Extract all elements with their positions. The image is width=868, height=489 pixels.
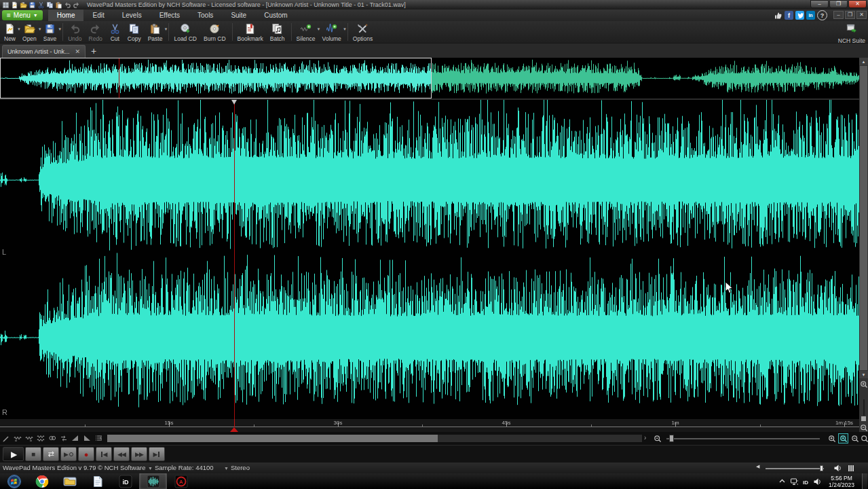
zoom-slider-track[interactable] [666, 438, 820, 439]
play-button[interactable]: ▶ [3, 447, 24, 461]
output-volume-slider[interactable] [766, 468, 824, 469]
speaker-icon[interactable] [833, 464, 842, 473]
tab-close-icon[interactable]: ✕ [75, 48, 81, 55]
burn-cd-button[interactable]: Burn CD [201, 22, 230, 42]
skip-start-button[interactable]: ◀ [96, 447, 112, 461]
mdi-minimize-button[interactable]: – [833, 11, 844, 19]
wave-view-3-icon[interactable] [36, 433, 45, 443]
menu-tab-home[interactable]: Home [48, 10, 84, 21]
taskbar-item-explorer[interactable] [56, 473, 83, 489]
menu-tab-tools[interactable]: Tools [189, 10, 222, 21]
show-desktop-button[interactable] [862, 473, 867, 489]
undo-icon[interactable] [63, 1, 71, 9]
mdi-restore-button[interactable]: ❐ [845, 11, 855, 19]
chevron-down-icon[interactable]: ▼ [58, 27, 62, 31]
chevron-down-icon[interactable]: ▼ [164, 27, 168, 31]
app-icon[interactable] [1, 1, 10, 9]
playhead-top-marker[interactable] [231, 100, 237, 105]
overview-visible-region[interactable] [0, 58, 432, 98]
vertical-zoom-out-button[interactable] [859, 423, 868, 432]
twitter-icon[interactable] [795, 11, 804, 20]
vertical-zoom-handle[interactable] [861, 416, 867, 422]
undo-button[interactable]: Undo [65, 22, 86, 42]
vertical-zoom-in-button[interactable] [859, 380, 868, 388]
cut-icon[interactable] [37, 1, 45, 9]
taskbar-item-start[interactable] [0, 473, 28, 489]
fade-in-icon[interactable] [71, 433, 80, 443]
volume-down-icon[interactable]: ◀ [756, 464, 759, 469]
scroll-up-button[interactable]: ▲ [859, 58, 868, 65]
menu-tab-suite[interactable]: Suite [222, 10, 255, 21]
taskbar-item-recorder[interactable]: A [167, 473, 195, 489]
taskbar-item-id-app[interactable]: iD [111, 473, 139, 489]
wave-view-2-icon[interactable] [24, 433, 34, 443]
paste-button[interactable]: Paste▼ [145, 22, 167, 42]
id-tray-icon[interactable]: iD [801, 477, 810, 486]
document-tab[interactable]: Unknown Artist - Unk... ✕ [2, 45, 86, 58]
menu-tab-custom[interactable]: Custom [255, 10, 296, 21]
zoom-in-button[interactable] [827, 433, 837, 443]
zoom-selection-button[interactable] [838, 433, 848, 443]
hidden-icons-icon[interactable] [778, 477, 787, 486]
scroll-right-button[interactable]: › [644, 434, 646, 442]
tray-clock[interactable]: 5:56 PM 1/24/2023 [825, 475, 858, 488]
taskbar-item-notes[interactable] [83, 473, 111, 489]
skip-end-button[interactable]: ▶ [149, 447, 165, 461]
batch-button[interactable]: Batch [267, 22, 289, 42]
horizontal-scrollbar-track[interactable] [107, 435, 642, 442]
fast-forward-button[interactable]: ▶▶ [131, 447, 147, 461]
open-icon[interactable] [19, 1, 27, 9]
link-channels-icon[interactable] [48, 433, 57, 443]
speaker-icon[interactable] [813, 477, 821, 486]
copy-button[interactable]: Copy [125, 22, 145, 42]
rewind-button[interactable]: ◀◀ [113, 447, 130, 461]
draw-pencil-icon[interactable] [1, 433, 11, 443]
menu-tab-edit[interactable]: Edit [83, 10, 113, 21]
loop-button[interactable]: ⇄ [43, 447, 59, 461]
copy-icon[interactable] [45, 1, 54, 9]
main-waveform-view[interactable]: L R [0, 100, 859, 419]
wave-view-1-icon[interactable] [13, 433, 22, 443]
zoom-out-full-button[interactable] [850, 433, 860, 443]
load-cd-button[interactable]: Load CD [171, 22, 201, 42]
facebook-icon[interactable]: f [785, 11, 793, 20]
bookmark-button[interactable]: Bookmark [235, 22, 267, 42]
options-button[interactable]: Options [350, 22, 377, 42]
levels-icon[interactable] [848, 465, 854, 471]
menu-button[interactable]: ≡ Menu ▼ [2, 10, 43, 20]
waveform-overview[interactable] [0, 58, 859, 98]
output-volume-handle[interactable] [820, 465, 823, 471]
chevron-down-icon[interactable]: ▼ [343, 27, 347, 31]
nch-suite-button[interactable]: NCH Suite [838, 22, 865, 44]
network-icon[interactable] [790, 477, 798, 486]
open-button[interactable]: Open▼ [20, 22, 41, 42]
volume-button[interactable]: Volume▼ [320, 22, 345, 42]
ruler-playhead-marker[interactable] [230, 427, 238, 432]
cut-button[interactable]: Cut [107, 22, 125, 42]
scroll-down-button[interactable]: ▼ [859, 371, 868, 378]
window-close-button[interactable]: ✕ [848, 0, 867, 8]
zoom-fit-button[interactable] [859, 433, 868, 443]
help-icon[interactable]: ? [817, 10, 827, 20]
stop-button[interactable]: ■ [25, 447, 41, 461]
taskbar-item-wavepad[interactable] [139, 473, 167, 489]
new-tab-button[interactable]: + [91, 45, 96, 58]
linkedin-icon[interactable]: in [806, 11, 815, 20]
sample-rate-selector[interactable]: ▼Sample Rate: 44100 [148, 464, 214, 471]
save-button[interactable]: Save▼ [41, 22, 60, 42]
menu-tab-levels[interactable]: Levels [113, 10, 151, 21]
swap-channels-icon[interactable] [59, 433, 69, 443]
window-maximize-button[interactable]: ❐ [829, 0, 848, 8]
window-minimize-button[interactable]: – [810, 0, 829, 8]
channel-mode-selector[interactable]: ▼Stereo [224, 464, 250, 471]
zoom-slider-handle[interactable] [669, 435, 674, 442]
main-waveform-canvas[interactable] [0, 100, 859, 419]
new-icon[interactable] [10, 1, 18, 9]
timeline-ruler[interactable]: 15s30s45s1m1m:15s [0, 419, 859, 432]
silence-button[interactable]: Silence▼ [294, 22, 320, 42]
taskbar-item-chrome[interactable] [28, 473, 56, 489]
paste-icon[interactable] [54, 1, 62, 9]
horizontal-scrollbar-thumb[interactable] [107, 435, 438, 442]
redo-button[interactable]: Redo [86, 22, 107, 42]
vertical-scrollbar[interactable] [860, 66, 867, 370]
